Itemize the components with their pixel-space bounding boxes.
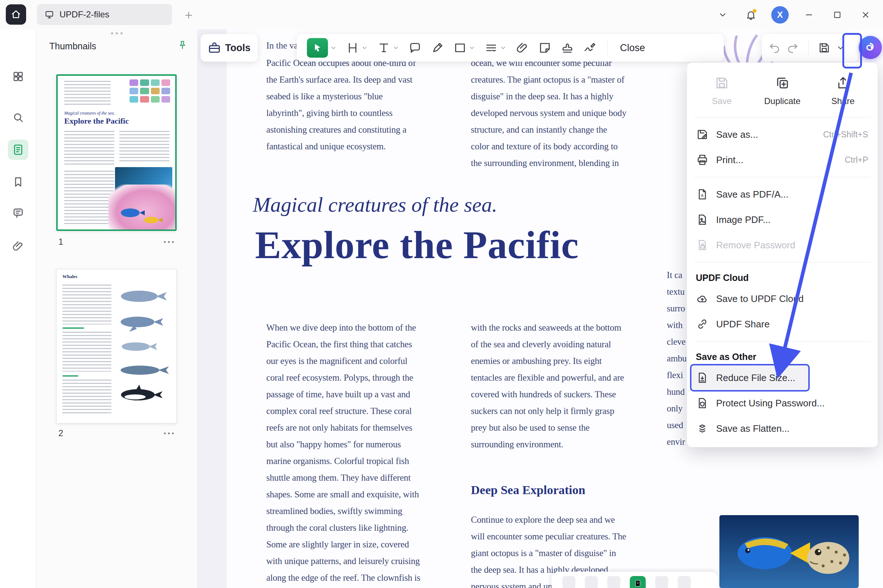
printer-icon: [696, 154, 709, 166]
menu-section-cloud: UPDF Cloud: [687, 267, 877, 286]
select-tool-button[interactable]: [305, 38, 339, 58]
panel-resize-handle[interactable]: [111, 32, 123, 34]
text-tool-button[interactable]: [375, 41, 401, 54]
chevron-down-icon[interactable]: [330, 45, 337, 51]
comment-tool-button[interactable]: [406, 41, 424, 54]
fish-photo: [719, 515, 859, 588]
menu-action-save[interactable]: Save: [692, 71, 752, 111]
document-tab[interactable]: UPDF-2-files: [37, 4, 172, 25]
thumb2-title: Whales: [62, 274, 77, 279]
menu-action-share[interactable]: Share: [812, 71, 873, 111]
plus-icon: [184, 10, 194, 20]
page-control-icon[interactable]: [562, 576, 575, 588]
compress-document-icon: [696, 372, 709, 384]
page-control-icon[interactable]: [655, 576, 668, 588]
menu-item-save-as[interactable]: Save as... Ctrl+Shift+S: [687, 122, 877, 147]
rail-comments-button[interactable]: [8, 203, 28, 223]
menu-item-updf-share[interactable]: UPDF Share: [687, 311, 877, 337]
tools-icon: [208, 41, 221, 54]
attach-file-tool-button[interactable]: [514, 41, 531, 54]
menu-item-save-as-pdfa[interactable]: A Save as PDF/A...: [687, 182, 877, 207]
pages-icon: [12, 144, 24, 156]
redo-button[interactable]: [787, 42, 799, 54]
page-1-options-button[interactable]: [164, 241, 177, 243]
document-column-3-truncated: It catextusurrowithcleveambuflexihundonl…: [667, 267, 687, 450]
document-area: In the va Pacific Ocean occupies about o…: [198, 29, 883, 588]
maximize-icon: [833, 10, 842, 20]
menu-item-reduce-file-size[interactable]: Reduce File Size...: [687, 365, 877, 390]
left-rail: [0, 29, 36, 588]
flatten-layers-icon: [696, 422, 709, 435]
document-text-fragment: In the va: [266, 38, 298, 54]
sticker-tool-button[interactable]: [536, 41, 554, 54]
menu-divider: [694, 341, 870, 342]
tools-label: Tools: [225, 42, 251, 54]
save-menu-chevron-button[interactable]: [836, 44, 845, 52]
monitor-icon: [44, 9, 54, 20]
stamp-tool-button[interactable]: [559, 41, 576, 54]
page-control-icon[interactable]: [585, 576, 598, 588]
rail-apps-button[interactable]: [8, 66, 28, 87]
page-thumbnail-1[interactable]: Magical creatures of the sea. Explore th…: [56, 74, 177, 231]
close-edit-mode-button[interactable]: Close: [616, 42, 648, 54]
notifications-button[interactable]: [743, 7, 759, 23]
chevron-down-icon[interactable]: [393, 45, 399, 51]
new-tab-button[interactable]: [181, 8, 196, 22]
pen-tool-button[interactable]: [429, 41, 446, 54]
menu-section-save-as-other: Save as Other: [687, 346, 877, 365]
rail-thumbnails-button[interactable]: [8, 140, 28, 160]
menu-item-protect-password[interactable]: Protect Using Password...: [687, 390, 877, 416]
menu-action-duplicate[interactable]: Duplicate: [752, 71, 812, 111]
rail-search-button[interactable]: [8, 107, 28, 128]
page-control-icon[interactable]: [678, 576, 691, 588]
save-button[interactable]: [818, 42, 830, 54]
thumb1-text-lines: [64, 81, 111, 106]
tools-button[interactable]: Tools: [201, 34, 257, 62]
chevron-down-icon[interactable]: [361, 45, 368, 51]
svg-text:A: A: [701, 193, 704, 198]
link-icon: [696, 318, 709, 330]
page-number-1: 1: [56, 237, 63, 247]
page-control-icon[interactable]: [607, 576, 620, 588]
page-control-active-icon[interactable]: [630, 576, 646, 588]
menu-item-save-to-cloud[interactable]: Save to UPDF Cloud: [687, 286, 877, 311]
menu-item-print[interactable]: Print... Ctrl+P: [687, 147, 877, 172]
collapse-toolbar-button[interactable]: [715, 7, 731, 23]
page-controls-pill[interactable]: [551, 572, 718, 588]
document-title: Explore the Pacific: [255, 222, 579, 268]
chevron-down-icon[interactable]: [469, 45, 475, 51]
menu-item-save-as-flatten[interactable]: Save as Flatten...: [687, 416, 877, 441]
home-button[interactable]: [6, 4, 26, 25]
chevron-down-icon[interactable]: [500, 45, 507, 51]
markup-tool-button[interactable]: [483, 41, 508, 54]
close-icon: [861, 10, 870, 20]
minimize-button[interactable]: [801, 7, 817, 23]
menu-divider: [694, 177, 870, 177]
thumb1-text-lines: [64, 171, 114, 225]
account-avatar[interactable]: X: [771, 6, 789, 24]
shape-tool-button[interactable]: [451, 41, 477, 54]
menu-item-remove-password[interactable]: Remove Password: [687, 232, 877, 258]
maximize-button[interactable]: [829, 7, 845, 23]
topbar: UPDF-2-files X: [0, 0, 883, 29]
markup-lines-icon: [485, 41, 498, 54]
ai-assistant-button[interactable]: [859, 36, 882, 59]
frame-tool-icon: [346, 41, 359, 54]
window-close-button[interactable]: [857, 7, 874, 23]
duplicate-icon: [775, 76, 790, 90]
signature-tool-button[interactable]: [581, 41, 599, 54]
stamp-icon: [561, 41, 574, 54]
edit-object-tool-button[interactable]: [344, 41, 370, 54]
undo-button[interactable]: [769, 42, 781, 54]
document-subtitle: Magical creatures of the sea.: [253, 192, 497, 217]
menu-item-image-pdf[interactable]: Image PDF...: [687, 207, 877, 232]
minimize-icon: [804, 10, 814, 20]
page-2-options-button[interactable]: [164, 432, 177, 434]
rail-bookmarks-button[interactable]: [8, 172, 28, 192]
pin-icon[interactable]: [177, 39, 188, 50]
topbar-right: X: [715, 0, 883, 29]
document-column-1-top: Pacific Ocean occupies about one-third o…: [266, 55, 416, 155]
save-dropdown-menu: Save Duplicate Share: [687, 62, 878, 447]
rail-attachments-button[interactable]: [8, 236, 28, 256]
page-thumbnail-2[interactable]: Whales: [56, 269, 177, 423]
